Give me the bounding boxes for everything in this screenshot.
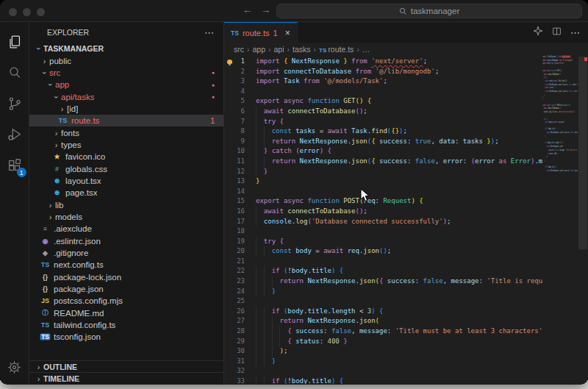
tree-item-package-json[interactable]: {}package.json	[29, 283, 223, 295]
scrollbar[interactable]	[578, 55, 588, 384]
tree-item-globals-css[interactable]: #globals.css	[29, 163, 223, 174]
sparkle-icon[interactable]	[533, 26, 543, 39]
run-debug-button[interactable]	[4, 124, 26, 146]
code-line[interactable]: 11return NextResponse.json({ success: fa…	[224, 157, 542, 167]
tree-item-label: tailwind.config.ts	[54, 321, 115, 329]
code-line[interactable]: 10} catch (error) {	[224, 146, 542, 157]
code-line[interactable]: 29{ status: 400 }	[224, 337, 542, 347]
code-line[interactable]: 18	[224, 226, 542, 237]
minimize-window-button[interactable]	[23, 8, 31, 16]
tree-item-src[interactable]: ›src●	[29, 67, 223, 79]
code-line[interactable]: 23return NextResponse.json({ success: fa…	[224, 276, 542, 287]
settings-button[interactable]	[4, 356, 26, 378]
line-number: 25	[224, 296, 245, 307]
chevron-down-icon: ›	[40, 68, 49, 77]
scrollbar-thumb[interactable]	[578, 57, 587, 249]
code-line[interactable]: 21	[224, 257, 542, 267]
code-line[interactable]: 31}	[224, 357, 542, 367]
tree-item-layout-tsx[interactable]: ⊛layout.tsx	[29, 175, 223, 187]
tree-item-readme-md[interactable]: ⓘREADME.md	[29, 307, 223, 319]
explorer-button[interactable]	[4, 31, 26, 53]
tree-item-models[interactable]: ›models	[29, 211, 223, 223]
tree-item-types[interactable]: ›types	[29, 139, 223, 151]
split-editor-icon[interactable]	[552, 26, 562, 39]
tree-item-fonts[interactable]: ›fonts	[29, 126, 223, 138]
timeline-panel-header[interactable]: › TIMELINE	[29, 372, 223, 384]
tab-route-ts[interactable]: TS route.ts 1 ×	[224, 22, 298, 43]
tree-item-lib[interactable]: ›lib	[29, 199, 223, 210]
code-editor[interactable]: 1import { NextResponse } from 'next/serv…	[224, 55, 588, 384]
line-number: 2	[224, 67, 245, 77]
tree-item-favicon-ico[interactable]: ★favicon.ico	[29, 151, 223, 163]
tree-item--aiexclude[interactable]: ≡.aiexclude	[29, 223, 223, 235]
sidebar-more-icon[interactable]: ⋯	[204, 27, 215, 38]
tree-item--id-[interactable]: ›[id]	[29, 103, 223, 115]
outline-panel-header[interactable]: › OUTLINE	[29, 360, 223, 372]
code-line[interactable]: 7try {	[224, 117, 542, 127]
code-line[interactable]: 24}	[224, 287, 542, 297]
breadcrumb-item[interactable]: src	[234, 45, 244, 54]
zoom-window-button[interactable]	[37, 8, 45, 16]
code-line[interactable]: 28{ success: false, message: 'Title must…	[224, 326, 542, 337]
breadcrumb-item[interactable]: …	[362, 45, 370, 54]
tree-item-app[interactable]: ›app●	[29, 79, 223, 90]
code-line[interactable]: 12}	[224, 167, 542, 177]
line-number: 3	[224, 76, 245, 87]
tree-item-label: public	[49, 57, 71, 65]
code-line[interactable]: 30);	[224, 346, 542, 357]
tree-item--gitignore[interactable]: ◆.gitignore	[29, 247, 223, 259]
code-line[interactable]: 17console.log('Database connected succes…	[224, 217, 542, 227]
json-icon: {}	[40, 274, 51, 281]
breadcrumb-item[interactable]: tasks	[293, 45, 311, 54]
tree-item-tailwind-config-ts[interactable]: TStailwind.config.ts	[29, 319, 223, 331]
search-button[interactable]	[4, 62, 26, 84]
tree-item-taskmanager[interactable]: ›TASKMANAGER	[29, 43, 223, 54]
code-line[interactable]: 2import connectToDatabase from '@/lib/mo…	[224, 67, 542, 77]
code-line[interactable]: 9return NextResponse.json({ success: tru…	[224, 137, 542, 147]
extensions-badge: 1	[17, 168, 26, 177]
code-line[interactable]: 26if (body.title.length < 3) {	[224, 307, 542, 317]
tree-item-next-config-ts[interactable]: TSnext.config.ts	[29, 259, 223, 271]
code-line[interactable]: 25	[224, 296, 542, 307]
code-line[interactable]: 1import { NextResponse } from 'next/serv…	[224, 57, 542, 67]
code-line[interactable]: 16await connectToDatabase();	[224, 207, 542, 217]
code-line[interactable]: 5export async function GET() {	[224, 96, 542, 107]
forward-icon[interactable]: →	[261, 4, 270, 15]
tree-item-page-tsx[interactable]: ⊛page.tsx	[29, 187, 223, 199]
code-line[interactable]: 27return NextResponse.json(	[224, 316, 542, 326]
code-line[interactable]: 20const body = await req.json();	[224, 246, 542, 257]
code-line[interactable]: 19try {	[224, 237, 542, 247]
extensions-button[interactable]: 1	[4, 154, 26, 176]
tree-item-package-lock-json[interactable]: {}package-lock.json	[29, 271, 223, 283]
code-line[interactable]: 33if (!body.title) {	[224, 376, 542, 384]
tree-item--eslintrc-json[interactable]: ◉.eslintrc.json	[29, 235, 223, 247]
lightbulb-icon[interactable]	[227, 60, 232, 64]
code-line[interactable]: 14	[224, 187, 542, 197]
close-window-button[interactable]	[9, 8, 17, 16]
back-icon[interactable]: ←	[243, 4, 252, 15]
code-line[interactable]: 8const tasks = await Task.find({});	[224, 126, 542, 137]
tree-item-label: favicon.ico	[65, 152, 105, 161]
editor-group: TS route.ts 1 × ⋯ src›	[224, 22, 588, 384]
source-control-button[interactable]	[4, 93, 26, 115]
ellipsis-icon[interactable]: ⋯	[570, 27, 581, 38]
command-center-search[interactable]: taskmanager	[276, 4, 582, 18]
code-line[interactable]: 15export async function POST(req: Reques…	[224, 196, 542, 207]
tree-item-tsconfig-json[interactable]: TStsconfig.json	[29, 331, 223, 343]
code-line[interactable]: 6await connectToDatabase();	[224, 107, 542, 117]
breadcrumb-item[interactable]: app	[253, 45, 266, 54]
code-line[interactable]: 22if (!body.title) {	[224, 266, 542, 276]
tree-item-api-tasks[interactable]: ›api/tasks●	[29, 90, 223, 102]
breadcrumb-item[interactable]: api	[274, 45, 284, 54]
code-line[interactable]: 3import Task from '@/models/Task';	[224, 76, 542, 87]
breadcrumb-item[interactable]: TSroute.ts	[319, 45, 354, 54]
minimap[interactable]: import { NextResponse } from 'next/serve…	[542, 55, 578, 384]
tree-item-route-ts[interactable]: TSroute.ts1	[29, 115, 223, 126]
code-line[interactable]: 32	[224, 366, 542, 376]
code-line[interactable]: 13}	[224, 176, 542, 187]
tree-item-postcss-config-mjs[interactable]: JSpostcss.config.mjs	[29, 295, 223, 307]
tree-item-label: tsconfig.json	[54, 332, 101, 341]
tree-item-public[interactable]: ›public	[29, 54, 223, 66]
close-icon[interactable]: ×	[285, 28, 290, 38]
code-line[interactable]: 4	[224, 87, 542, 97]
